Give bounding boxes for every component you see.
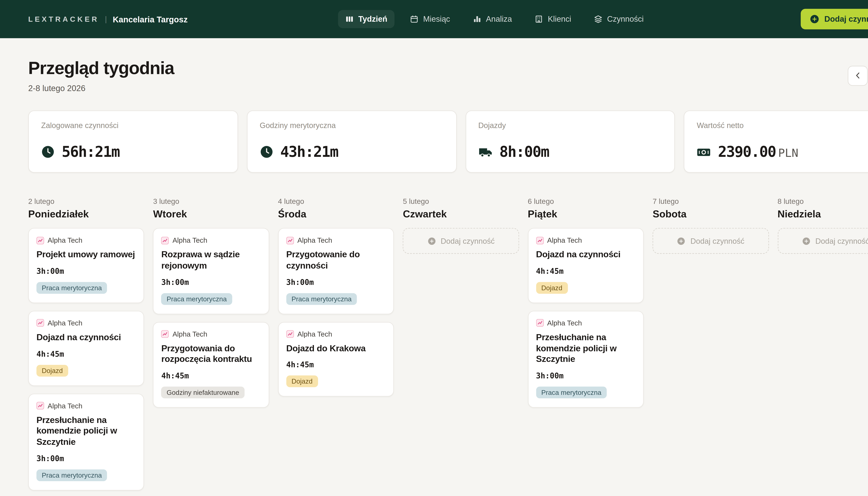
add-activity-button[interactable]: Dodaj czynność (801, 9, 868, 30)
navbar: LEXTRACKER | Kancelaria Targosz Tydzień … (0, 0, 868, 38)
client-row: Alpha Tech (36, 319, 136, 327)
activity-title: Dojazd do Krakowa (286, 343, 386, 354)
day-date: 4 lutego (278, 198, 394, 205)
nav-item-clients[interactable]: Klienci (527, 10, 578, 28)
workspace-name: Kancelaria Targosz (113, 14, 188, 24)
activity-tag: Praca merytoryczna (36, 282, 107, 294)
day-column-thursday: 5 lutego Czwartek Dodaj czynność (403, 198, 519, 254)
bar-chart-icon (472, 15, 481, 24)
activity-duration: 3h:00m (536, 371, 636, 380)
add-activity-placeholder[interactable]: Dodaj czynność (778, 228, 868, 254)
client-row: Alpha Tech (286, 236, 386, 244)
summary-value: 2390.00 (718, 143, 776, 160)
day-name: Sobota (653, 208, 769, 220)
activity-duration: 3h:00m (36, 267, 136, 276)
page-title: Przegląd tygodnia (28, 58, 174, 78)
week-grid: 2 lutego Poniedziałek Alpha Tech Projekt… (28, 198, 868, 496)
summary-card-net-value: Wartość netto 2390.00PLN (684, 110, 868, 173)
day-date: 7 lutego (653, 198, 769, 205)
client-row: Alpha Tech (36, 402, 136, 410)
client-icon (286, 236, 294, 244)
activity-tag: Praca merytoryczna (286, 293, 357, 305)
activity-card[interactable]: Alpha Tech Dojazd na czynności 4h:45m Do… (528, 228, 644, 303)
week-view-icon (345, 15, 354, 24)
clock-icon (260, 145, 273, 158)
plus-circle-icon (677, 236, 686, 245)
day-column-monday: 2 lutego Poniedziałek Alpha Tech Projekt… (28, 198, 144, 496)
nav-item-activities[interactable]: Czynności (587, 10, 651, 28)
date-range: 2-8 lutego 2026 (28, 83, 174, 93)
add-activity-placeholder[interactable]: Dodaj czynność (403, 228, 519, 254)
plus-circle-icon (810, 14, 820, 24)
client-row: Alpha Tech (161, 236, 261, 244)
main-content: Przegląd tygodnia 2-8 lutego 2026 Zalogo… (0, 38, 868, 496)
client-name: Alpha Tech (48, 236, 82, 244)
day-column-tuesday: 3 lutego Wtorek Alpha Tech Rozprawa w są… (153, 198, 269, 415)
activity-card[interactable]: Alpha Tech Dojazd do Krakowa 4h:45m Doja… (278, 322, 394, 397)
prev-week-button[interactable] (848, 66, 868, 86)
truck-icon (478, 145, 492, 159)
nav-label: Tydzień (358, 15, 387, 24)
summary-cards: Zalogowane czynności 56h:21m Godziny mer… (28, 110, 868, 173)
summary-label: Wartość netto (697, 121, 868, 130)
activity-card[interactable]: Alpha Tech Przygotowania do rozpoczęcia … (153, 322, 269, 408)
activity-tag: Praca merytoryczna (536, 387, 607, 398)
client-icon (161, 236, 169, 244)
activity-card[interactable]: Alpha Tech Przygotowanie do czynności 3h… (278, 228, 394, 314)
add-placeholder-label: Dodaj czynność (441, 236, 494, 245)
nav-label: Analiza (486, 15, 512, 24)
day-name: Wtorek (153, 208, 269, 220)
summary-label: Zalogowane czynności (41, 121, 225, 130)
day-name: Poniedziałek (28, 208, 144, 220)
day-column-friday: 6 lutego Piątek Alpha Tech Dojazd na czy… (528, 198, 644, 415)
day-column-wednesday: 4 lutego Środa Alpha Tech Przygotowanie … (278, 198, 394, 404)
nav-label: Czynności (607, 15, 644, 24)
main-nav: Tydzień Miesiąc Analiza Klienci (338, 10, 651, 28)
summary-value: 56h:21m (62, 143, 120, 160)
brand: LEXTRACKER | Kancelaria Targosz (28, 14, 188, 24)
add-placeholder-label: Dodaj czynność (690, 236, 744, 245)
client-name: Alpha Tech (48, 402, 82, 410)
activity-card[interactable]: Alpha Tech Projekt umowy ramowej 3h:00m … (28, 228, 144, 303)
activity-tag: Godziny niefakturowane (161, 387, 244, 398)
day-date: 5 lutego (403, 198, 519, 205)
layers-icon (594, 15, 603, 24)
day-column-sunday: 8 lutego Niedziela Dodaj czynność (778, 198, 868, 254)
nav-item-analytics[interactable]: Analiza (466, 10, 519, 28)
day-name: Piątek (528, 208, 644, 220)
activity-duration: 4h:45m (161, 371, 261, 380)
activity-card[interactable]: Alpha Tech Przesłuchanie na komendzie po… (528, 311, 644, 408)
activity-title: Przygotowanie do czynności (286, 249, 386, 271)
nav-item-month[interactable]: Miesiąc (402, 10, 457, 28)
summary-value: 8h:00m (500, 143, 549, 160)
client-row: Alpha Tech (161, 330, 261, 338)
activity-title: Przesłuchanie na komendzie policji w Szc… (36, 415, 136, 447)
activity-tag: Praca merytoryczna (36, 469, 107, 481)
activity-title: Dojazd na czynności (536, 249, 636, 260)
client-name: Alpha Tech (172, 236, 207, 244)
building-icon (534, 15, 543, 24)
client-name: Alpha Tech (48, 319, 82, 327)
activity-tag: Dojazd (36, 365, 68, 376)
client-name: Alpha Tech (298, 236, 332, 244)
activity-duration: 3h:00m (286, 278, 386, 286)
summary-card-billable-hours: Godziny merytoryczna 43h:21m (247, 110, 456, 173)
nav-item-week[interactable]: Tydzień (338, 10, 394, 28)
summary-card-logged-activities: Zalogowane czynności 56h:21m (28, 110, 238, 173)
calendar-icon (410, 15, 418, 24)
client-icon (536, 236, 544, 244)
week-navigation (848, 66, 868, 86)
add-activity-placeholder[interactable]: Dodaj czynność (653, 228, 769, 254)
activity-card[interactable]: Alpha Tech Rozprawa w sądzie rejonowym 3… (153, 228, 269, 314)
activity-card[interactable]: Alpha Tech Przesłuchanie na komendzie po… (28, 393, 144, 491)
day-name: Środa (278, 208, 394, 220)
activity-card[interactable]: Alpha Tech Dojazd na czynności 4h:45m Do… (28, 311, 144, 386)
client-name: Alpha Tech (172, 330, 207, 338)
client-icon (36, 319, 44, 327)
client-name: Alpha Tech (547, 319, 582, 327)
client-icon (161, 330, 169, 338)
client-icon (36, 402, 44, 409)
clock-icon (41, 145, 55, 158)
add-placeholder-label: Dodaj czynność (816, 236, 868, 245)
brand-separator: | (105, 15, 107, 24)
